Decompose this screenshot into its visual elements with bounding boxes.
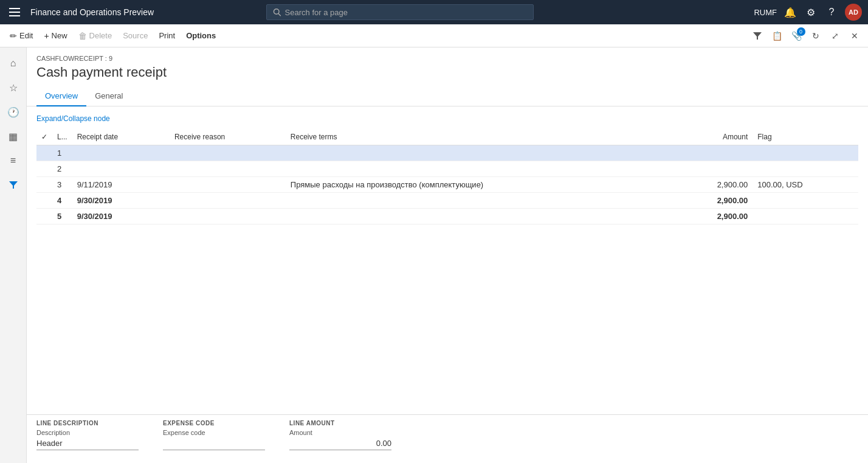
sidebar-list-icon[interactable]: ≡: [2, 150, 24, 172]
row-amount-row3: 2,900.00: [675, 177, 753, 193]
row-check-row1: [36, 145, 52, 161]
close-icon[interactable]: ✕: [846, 27, 863, 44]
field-line-description: LINE DESCRIPTION Description: [36, 420, 139, 458]
sidebar-favorites-icon[interactable]: ☆: [2, 77, 24, 99]
sidebar-recent-icon[interactable]: 🕐: [2, 101, 24, 123]
main-content: Expand/Collapse node ✓ L... Receipt date…: [27, 106, 868, 414]
delete-button[interactable]: 🗑 Delete: [74, 27, 117, 45]
row-receive-reason-row3: [170, 177, 286, 193]
bottom-panel: LINE DESCRIPTION Description EXPENSE COD…: [27, 414, 868, 463]
app-title: Finance and Operations Preview: [30, 7, 154, 17]
row-check-row4: [36, 193, 52, 209]
open-new-window-icon[interactable]: ⤢: [827, 27, 844, 44]
row-amount-row2: [675, 161, 753, 177]
table-row[interactable]: 1: [36, 145, 858, 161]
table-row[interactable]: 5 9/30/2019 2,900.00: [36, 209, 858, 225]
row-line-row2: 2: [52, 161, 72, 177]
row-line-row3: 3: [52, 177, 72, 193]
col-header-receive-terms[interactable]: Receive terms: [286, 129, 675, 145]
tabs: Overview General: [36, 86, 858, 106]
row-receipt-date-row4: 9/30/2019: [72, 193, 170, 209]
row-amount-row1: [675, 145, 753, 161]
print-button[interactable]: Print: [154, 27, 180, 45]
amount-input[interactable]: [289, 439, 391, 450]
content-area: CASHFLOWRECEIPT : 9 Cash payment receipt…: [27, 47, 868, 463]
row-receive-reason-row1: [170, 145, 286, 161]
edit-button[interactable]: ✏ Edit: [5, 27, 38, 45]
row-receipt-date-row3: 9/11/2019: [72, 177, 170, 193]
row-receive-reason-row2: [170, 161, 286, 177]
svg-line-1: [278, 13, 280, 15]
attach-icon[interactable]: 📎 0: [788, 27, 805, 44]
row-receive-terms-row3: Прямые расходы на производство (комплект…: [286, 177, 675, 193]
row-check-row2: [36, 161, 52, 177]
sidebar-home-icon[interactable]: ⌂: [2, 52, 24, 74]
hamburger-menu[interactable]: [6, 4, 23, 21]
toolbar: ✏ Edit + New 🗑 Delete Source Print Optio…: [0, 24, 868, 47]
filter-icon[interactable]: [749, 27, 766, 44]
row-check-row3: [36, 177, 52, 193]
personalize-icon[interactable]: 📋: [768, 27, 785, 44]
settings-icon[interactable]: ⚙: [804, 5, 818, 19]
row-receive-reason-row4: [170, 193, 286, 209]
sidebar: ⌂ ☆ 🕐 ▦ ≡: [0, 47, 27, 463]
table-row[interactable]: 2: [36, 161, 858, 177]
svg-marker-2: [753, 32, 762, 40]
row-line-row5: 5: [52, 209, 72, 225]
delete-icon: 🗑: [78, 31, 87, 41]
row-receipt-date-row5: 9/30/2019: [72, 209, 170, 225]
row-receive-terms-row2: [286, 161, 675, 177]
source-button[interactable]: Source: [118, 27, 153, 45]
line-amount-label: LINE AMOUNT: [289, 420, 391, 426]
table-body: 1 2 3 9/11/2019 Прямые расходы на произв…: [36, 145, 858, 225]
row-check-row5: [36, 209, 52, 225]
field-line-amount: LINE AMOUNT Amount: [289, 420, 391, 458]
row-receipt-date-row1: [72, 145, 170, 161]
refresh-icon[interactable]: ↻: [807, 27, 824, 44]
row-flag-row1: [753, 145, 858, 161]
col-header-flag[interactable]: Flag: [753, 129, 858, 145]
row-flag-row4: [753, 193, 858, 209]
expense-code-sublabel: Expense code: [163, 429, 265, 436]
new-icon: +: [44, 31, 49, 41]
col-header-check: ✓: [36, 129, 52, 145]
description-sublabel: Description: [36, 429, 139, 436]
page-header: CASHFLOWRECEIPT : 9 Cash payment receipt…: [27, 47, 868, 106]
row-amount-row4: 2,900.00: [675, 193, 753, 209]
table-row[interactable]: 4 9/30/2019 2,900.00: [36, 193, 858, 209]
field-expense-code: EXPENSE CODE Expense code: [163, 420, 265, 458]
search-icon: [273, 8, 281, 16]
options-button[interactable]: Options: [181, 27, 221, 45]
search-bar[interactable]: [266, 4, 534, 20]
data-table: ✓ L... Receipt date Receive reason Recei…: [36, 129, 858, 225]
notification-bell-icon[interactable]: 🔔: [783, 5, 797, 19]
tab-general[interactable]: General: [86, 86, 131, 106]
row-receive-terms-row5: [286, 209, 675, 225]
avatar[interactable]: AD: [845, 4, 862, 21]
row-receive-terms-row4: [286, 193, 675, 209]
col-header-receipt-date[interactable]: Receipt date: [72, 129, 170, 145]
edit-icon: ✏: [10, 31, 17, 41]
row-receive-reason-row5: [170, 209, 286, 225]
main-layout: ⌂ ☆ 🕐 ▦ ≡ CASHFLOWRECEIPT : 9 Cash payme…: [0, 47, 868, 463]
row-receipt-date-row2: [72, 161, 170, 177]
row-flag-row3: 100.00, USD: [753, 177, 858, 193]
new-button[interactable]: + New: [39, 27, 72, 45]
row-receive-terms-row1: [286, 145, 675, 161]
svg-marker-3: [9, 181, 18, 189]
sidebar-filter-icon[interactable]: [2, 174, 24, 196]
expense-code-input[interactable]: [163, 439, 265, 450]
col-header-amount[interactable]: Amount: [675, 129, 753, 145]
row-flag-row2: [753, 161, 858, 177]
search-input[interactable]: [285, 8, 528, 17]
expand-collapse-link[interactable]: Expand/Collapse node: [36, 114, 110, 123]
col-header-receive-reason[interactable]: Receive reason: [170, 129, 286, 145]
tab-overview[interactable]: Overview: [36, 86, 86, 106]
top-navigation: Finance and Operations Preview RUMF 🔔 ⚙ …: [0, 0, 868, 24]
description-input[interactable]: [36, 439, 139, 450]
table-row[interactable]: 3 9/11/2019 Прямые расходы на производст…: [36, 177, 858, 193]
col-header-line[interactable]: L...: [52, 129, 72, 145]
help-icon[interactable]: ?: [824, 5, 839, 19]
sidebar-calendar-icon[interactable]: ▦: [2, 125, 24, 147]
row-line-row4: 4: [52, 193, 72, 209]
